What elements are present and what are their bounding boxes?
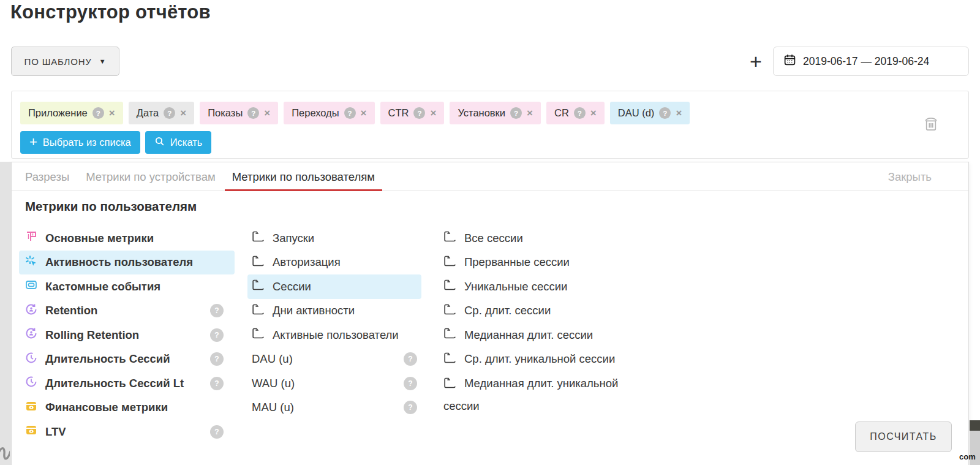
category-label: Rolling Retention xyxy=(45,328,139,342)
category-label: Финансовые метрики xyxy=(45,401,168,414)
metric-label: Все сессии xyxy=(464,232,523,245)
search-button[interactable]: Искать xyxy=(145,131,212,154)
metric-label: Ср. длит. уникальной сессии xyxy=(464,352,615,366)
group-label: Дни активности xyxy=(273,304,355,317)
calculate-button[interactable]: ПОСЧИТАТЬ xyxy=(855,422,952,452)
category-financial-metrics[interactable]: Финансовые метрики xyxy=(19,396,235,420)
category-user-activity[interactable]: Активность пользователя xyxy=(19,251,235,275)
chip-clicks[interactable]: Переходы ? × xyxy=(284,102,374,124)
group-wau-u[interactable]: WAU (u) ? xyxy=(247,371,421,396)
picker-tabbar: Разрезы Метрики по устройствам Метрики п… xyxy=(12,162,968,191)
filter-box: Приложение ? × Дата ? × Показы ? × Перех… xyxy=(11,91,969,159)
group-activity-days[interactable]: Дни активности xyxy=(247,299,421,323)
category-ltv[interactable]: LTV ? xyxy=(19,420,235,444)
metric-unique-sessions[interactable]: Уникальные сессии xyxy=(443,274,657,299)
folder-icon xyxy=(252,279,265,294)
metric-avg-session-length[interactable]: Ср. длит. сессии xyxy=(443,299,657,323)
folder-icon xyxy=(443,375,456,396)
category-main-metrics[interactable]: Основные метрики xyxy=(19,226,235,251)
tab-user-metrics[interactable]: Метрики по пользователям xyxy=(232,162,375,191)
template-dropdown-button[interactable]: ПО ШАБЛОНУ ▼ xyxy=(11,47,119,76)
help-icon[interactable]: ? xyxy=(574,107,586,119)
chip-ctr[interactable]: CTR ? × xyxy=(380,102,445,124)
category-custom-events[interactable]: Кастомные события xyxy=(19,274,235,299)
help-icon[interactable]: ? xyxy=(210,304,224,317)
group-launches[interactable]: Запуски xyxy=(247,226,421,251)
help-icon[interactable]: ? xyxy=(210,352,224,366)
trash-icon[interactable] xyxy=(924,116,938,134)
metric-all-sessions[interactable]: Все сессии xyxy=(443,226,657,251)
category-retention[interactable]: Retention ? xyxy=(19,299,235,323)
help-icon[interactable]: ? xyxy=(510,107,522,119)
search-icon xyxy=(154,136,165,149)
metric-median-session-length[interactable]: Медианная длит. сессии xyxy=(443,323,657,347)
close-icon[interactable]: × xyxy=(527,108,533,118)
group-authorization[interactable]: Авторизация xyxy=(247,251,421,275)
clock-icon xyxy=(25,376,37,391)
help-icon[interactable]: ? xyxy=(404,352,417,366)
help-icon[interactable]: ? xyxy=(247,107,259,119)
category-session-length-lt[interactable]: Длительность Сессий Lt ? xyxy=(19,371,235,396)
help-icon[interactable]: ? xyxy=(210,328,224,342)
folder-icon xyxy=(252,230,265,246)
help-icon[interactable]: ? xyxy=(404,377,417,390)
clock-icon xyxy=(25,352,37,367)
select-from-list-button[interactable]: + Выбрать из списка xyxy=(20,131,140,154)
close-icon[interactable]: × xyxy=(109,108,115,118)
category-rolling-retention[interactable]: Rolling Retention ? xyxy=(19,323,235,347)
retention-icon xyxy=(25,303,37,319)
group-label: Авторизация xyxy=(273,255,341,269)
handwriting-watermark xyxy=(0,422,10,465)
group-sessions[interactable]: Сессии xyxy=(247,274,421,299)
chip-dau-d[interactable]: DAU (d) ? × xyxy=(610,102,690,124)
close-icon[interactable]: × xyxy=(361,108,367,118)
folder-icon xyxy=(443,230,456,246)
folder-icon xyxy=(252,303,265,319)
group-label: MAU (u) xyxy=(252,401,294,414)
money-icon xyxy=(25,424,37,439)
metric-interrupted-sessions[interactable]: Прерванные сессии xyxy=(443,251,657,275)
group-mau-u[interactable]: MAU (u) ? xyxy=(247,396,421,420)
help-icon[interactable]: ? xyxy=(413,107,425,119)
category-label: Длительность Сессий Lt xyxy=(45,377,184,390)
metric-median-unique-session-length[interactable]: Медианная длит. уникальной сессии xyxy=(443,371,657,417)
date-range-picker[interactable]: 2019-06-17 — 2019-06-24 xyxy=(773,47,969,76)
help-icon[interactable]: ? xyxy=(164,107,175,119)
folder-icon xyxy=(252,327,265,342)
help-icon[interactable]: ? xyxy=(210,425,224,439)
tab-device-metrics[interactable]: Метрики по устройствам xyxy=(86,162,215,191)
chip-impressions[interactable]: Показы ? × xyxy=(200,102,278,124)
close-icon[interactable]: × xyxy=(180,108,186,118)
select-from-list-label: Выбрать из списка xyxy=(43,137,131,148)
close-icon[interactable]: × xyxy=(430,108,436,118)
group-active-users[interactable]: Активные пользователи xyxy=(247,323,421,347)
group-dau-u[interactable]: DAU (u) ? xyxy=(247,347,421,372)
category-label: Retention xyxy=(45,304,97,317)
help-icon[interactable]: ? xyxy=(404,401,417,414)
chip-label: Приложение xyxy=(28,107,88,119)
category-list: Основные метрики Активность пользователя… xyxy=(19,226,235,444)
chip-date[interactable]: Дата ? × xyxy=(129,102,194,124)
money-icon xyxy=(25,400,37,415)
close-panel-link[interactable]: Закрыть xyxy=(888,162,932,191)
chip-application[interactable]: Приложение ? × xyxy=(20,102,123,124)
category-session-length[interactable]: Длительность Сессий ? xyxy=(19,347,235,372)
help-icon[interactable]: ? xyxy=(92,107,104,119)
tab-dimensions[interactable]: Разрезы xyxy=(25,162,69,191)
folder-icon xyxy=(443,279,456,294)
close-icon[interactable]: × xyxy=(264,108,270,118)
help-icon[interactable]: ? xyxy=(344,107,356,119)
category-label: Длительность Сессий xyxy=(45,352,170,366)
category-label: Кастомные события xyxy=(45,280,160,293)
chip-cr[interactable]: CR ? × xyxy=(546,102,605,124)
chip-installs[interactable]: Установки ? × xyxy=(450,102,541,124)
main-metrics-icon xyxy=(25,230,37,246)
help-icon[interactable]: ? xyxy=(659,107,671,119)
metric-avg-unique-session-length[interactable]: Ср. длит. уникальной сессии xyxy=(443,347,657,372)
close-icon[interactable]: × xyxy=(676,108,682,118)
close-icon[interactable]: × xyxy=(590,108,597,118)
help-icon[interactable]: ? xyxy=(210,377,224,390)
group-label: Сессии xyxy=(273,280,311,293)
date-range-value: 2019-06-17 — 2019-06-24 xyxy=(803,55,929,68)
add-report-icon[interactable]: + xyxy=(750,50,762,72)
